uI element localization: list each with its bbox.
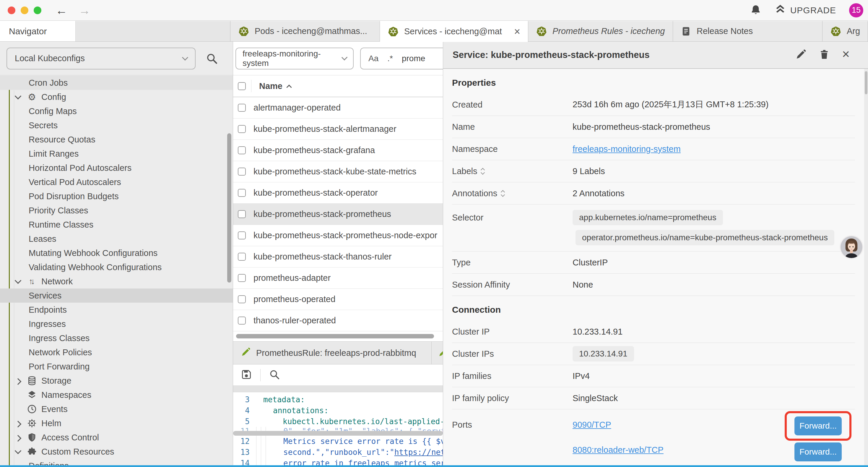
- sidebar-item[interactable]: Mutating Webhook Configurations: [0, 246, 233, 260]
- row-checkbox[interactable]: [238, 210, 246, 218]
- row-checkbox[interactable]: [238, 231, 246, 239]
- sidebar-item[interactable]: Resource Quotas: [0, 133, 233, 147]
- sidebar-search-icon[interactable]: [206, 52, 218, 65]
- code-link[interactable]: https://net: [395, 448, 443, 457]
- notification-count-badge[interactable]: 15: [849, 3, 863, 18]
- resource-search-input[interactable]: Aa .* prome: [360, 48, 443, 69]
- table-row[interactable]: thanos-ruler-operated: [233, 310, 443, 331]
- table-row[interactable]: kube-prometheus-stack-prometheus-node-ex…: [233, 225, 443, 246]
- sidebar-item[interactable]: ↑↓ Network: [0, 274, 233, 289]
- select-all-checkbox[interactable]: [238, 82, 246, 90]
- sidebar-item[interactable]: Definitions: [0, 459, 233, 465]
- table-row[interactable]: kube-prometheus-stack-operator: [233, 182, 443, 204]
- editor-dock-tab[interactable]: PrometheusRule: freeleaps-prod-rabbitmq: [233, 342, 432, 364]
- notifications-bell-icon[interactable]: [750, 4, 761, 17]
- back-arrow-icon[interactable]: ←: [56, 4, 67, 16]
- sidebar-item[interactable]: Access Control: [0, 430, 233, 444]
- sidebar-item[interactable]: Events: [0, 402, 233, 416]
- match-case-toggle[interactable]: Aa: [368, 54, 378, 63]
- table-horizontal-scrollbar[interactable]: [233, 331, 443, 341]
- sidebar-item[interactable]: Custom Resources: [0, 444, 233, 459]
- sidebar-item[interactable]: Endpoints: [0, 303, 233, 317]
- row-checkbox[interactable]: [238, 168, 246, 176]
- row-checkbox[interactable]: [238, 104, 246, 112]
- table-row[interactable]: kube-prometheus-stack-thanos-ruler: [233, 246, 443, 267]
- table-row[interactable]: kube-prometheus-stack-grafana: [233, 140, 443, 161]
- cluster-tab[interactable]: Release Notes ×: [673, 21, 823, 41]
- expander-chevron-icon[interactable]: [13, 376, 23, 386]
- save-icon[interactable]: [241, 369, 252, 381]
- row-checkbox[interactable]: [238, 253, 246, 261]
- cluster-tab[interactable]: Prometheus Rules - icecheng... ×: [528, 21, 673, 41]
- edit-pencil-icon[interactable]: [795, 49, 807, 61]
- expand-collapse-icon[interactable]: [501, 191, 504, 196]
- namespace-link[interactable]: freeleaps-monitoring-system: [572, 144, 681, 154]
- name-column-header[interactable]: Name: [259, 81, 291, 91]
- annotations-count[interactable]: 2 Annotations: [572, 188, 625, 198]
- sidebar-item[interactable]: Helm: [0, 416, 233, 430]
- sidebar-item[interactable]: Cron Jobs: [0, 76, 233, 90]
- expand-collapse-icon[interactable]: [481, 169, 484, 174]
- forward-arrow-icon[interactable]: →: [79, 4, 90, 16]
- port-link[interactable]: 9090/TCP: [572, 420, 663, 430]
- editor-dock-tab-partial[interactable]: [432, 342, 443, 364]
- minimize-window-button[interactable]: [21, 6, 28, 14]
- labels-count[interactable]: 9 Labels: [572, 167, 605, 176]
- sidebar-item[interactable]: Horizontal Pod Autoscalers: [0, 161, 233, 175]
- row-checkbox[interactable]: [238, 189, 246, 197]
- sidebar-item[interactable]: Secrets: [0, 118, 233, 133]
- row-checkbox[interactable]: [238, 125, 246, 133]
- table-row[interactable]: kube-prometheus-stack-prometheus: [233, 204, 443, 225]
- table-row[interactable]: prometheus-operated: [233, 289, 443, 310]
- kubeconfig-selector[interactable]: Local Kubeconfigs: [6, 48, 195, 69]
- sidebar-item[interactable]: Vertical Pod Autoscalers: [0, 175, 233, 189]
- row-checkbox[interactable]: [238, 146, 246, 154]
- expander-chevron-icon[interactable]: [13, 418, 23, 428]
- forward-button[interactable]: Forward...: [795, 442, 842, 461]
- details-scrollbar[interactable]: [864, 69, 868, 465]
- namespace-filter-select[interactable]: freeleaps-monitoring-system: [236, 48, 354, 69]
- regex-toggle[interactable]: .*: [387, 54, 393, 63]
- close-details-icon[interactable]: ×: [842, 48, 850, 61]
- editor-search-icon[interactable]: [269, 369, 280, 381]
- expander-chevron-icon[interactable]: [13, 432, 23, 442]
- sidebar-item[interactable]: Storage: [0, 374, 233, 388]
- delete-trash-icon[interactable]: [819, 49, 830, 61]
- sidebar-item[interactable]: Limit Ranges: [0, 147, 233, 161]
- sidebar-item[interactable]: Network Policies: [0, 345, 233, 359]
- forward-button[interactable]: Forward...: [795, 416, 842, 435]
- sidebar-item[interactable]: Ingress Classes: [0, 331, 233, 345]
- cluster-tab[interactable]: Services - icecheng@math... ×: [380, 21, 528, 42]
- table-row[interactable]: kube-prometheus-stack-kube-state-metrics: [233, 161, 443, 182]
- editor-scroll-strip[interactable]: [233, 386, 443, 392]
- sidebar-scrollbar[interactable]: [227, 133, 231, 283]
- sidebar-item[interactable]: Config Maps: [0, 104, 233, 118]
- navigator-panel-tab[interactable]: Navigator: [0, 21, 75, 41]
- close-window-button[interactable]: [8, 6, 16, 14]
- expander-chevron-icon[interactable]: [13, 92, 23, 102]
- table-row[interactable]: kube-prometheus-stack-alertmanager: [233, 119, 443, 140]
- sidebar-item[interactable]: Leases: [0, 232, 233, 246]
- sidebar-item[interactable]: Runtime Classes: [0, 217, 233, 232]
- sidebar-item[interactable]: Pod Disruption Budgets: [0, 189, 233, 203]
- assistant-avatar[interactable]: [838, 234, 864, 260]
- port-link[interactable]: 8080:reloader-web/TCP: [572, 445, 663, 455]
- close-tab-icon[interactable]: ×: [514, 25, 520, 38]
- expander-chevron-icon[interactable]: [13, 390, 23, 400]
- sidebar-item[interactable]: ⚙ Config: [0, 90, 233, 104]
- row-checkbox[interactable]: [238, 274, 246, 282]
- expander-chevron-icon[interactable]: [13, 404, 23, 414]
- table-row[interactable]: prometheus-adapter: [233, 267, 443, 289]
- table-row[interactable]: alertmanager-operated: [233, 97, 443, 119]
- cluster-tab[interactable]: Argo Se ×: [823, 21, 868, 41]
- sidebar-item[interactable]: Ingresses: [0, 317, 233, 331]
- row-checkbox[interactable]: [238, 317, 246, 324]
- cluster-tab[interactable]: Pods - icecheng@mathmas... ×: [230, 21, 380, 41]
- yaml-editor[interactable]: 3 metadata: 4 annotations: 5 kubectl.kub…: [233, 392, 443, 465]
- maximize-window-button[interactable]: [34, 6, 41, 14]
- sidebar-item[interactable]: Validating Webhook Configurations: [0, 260, 233, 274]
- sidebar-item[interactable]: Services: [0, 289, 233, 303]
- upgrade-button[interactable]: UPGRADE: [774, 3, 836, 17]
- sidebar-item[interactable]: Port Forwarding: [0, 359, 233, 374]
- sidebar-item[interactable]: Priority Classes: [0, 203, 233, 217]
